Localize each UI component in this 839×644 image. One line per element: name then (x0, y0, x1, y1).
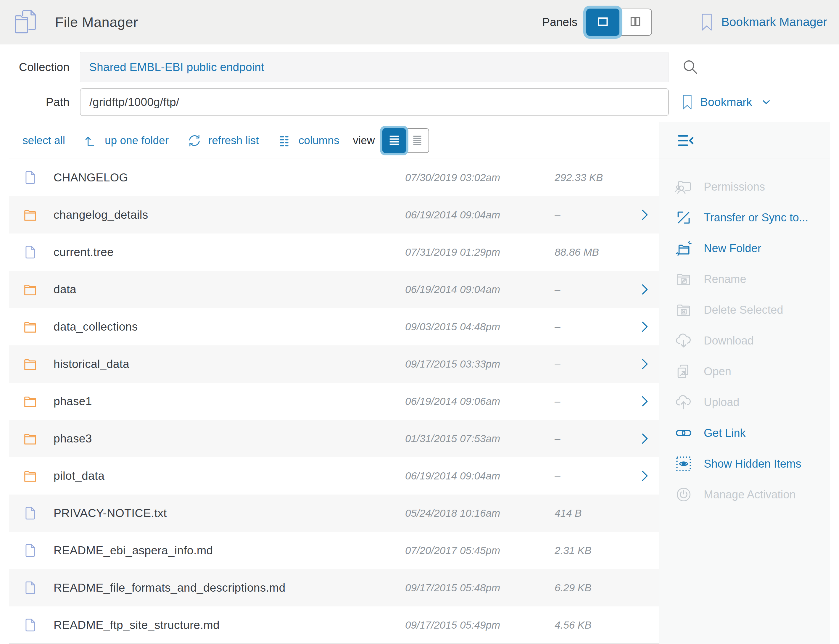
sidebar-item-label: Delete Selected (704, 304, 783, 316)
file-size: 4.56 KB (543, 619, 630, 631)
main-area: select all up one folder refresh list co… (9, 122, 830, 644)
sidebar-item-label: Manage Activation (704, 488, 796, 501)
file-size: – (543, 470, 630, 482)
file-row[interactable]: data 06/19/2014 09:04am – (9, 271, 659, 308)
file-name: data_collections (54, 320, 393, 333)
actions-sidebar: Permissions Transfer or Sync to... New F… (659, 122, 830, 644)
folder-icon (23, 393, 54, 410)
collection-field[interactable]: Shared EMBL-EBI public endpoint (80, 52, 669, 82)
chevron-right-icon[interactable] (638, 357, 651, 371)
refresh-icon (187, 133, 202, 148)
sidebar-item-rename: Rename (675, 264, 824, 294)
panels-label: Panels (542, 16, 577, 29)
list-view-button[interactable] (383, 128, 406, 153)
file-name: pilot_data (54, 469, 393, 482)
file-name: CHANGELOG (54, 171, 393, 184)
file-row[interactable]: phase1 06/19/2014 09:06am – (9, 383, 659, 420)
columns-button[interactable]: columns (277, 133, 340, 148)
sidebar-item-manage-activation: Manage Activation (675, 479, 824, 510)
path-input[interactable] (80, 88, 669, 116)
list-toolbar: select all up one folder refresh list co… (9, 122, 659, 159)
dual-panel-button[interactable] (619, 8, 652, 36)
sidebar-header (659, 122, 830, 159)
collapse-panel-icon[interactable] (676, 131, 696, 150)
file-modified-date: 06/19/2014 09:06am (393, 395, 543, 407)
sidebar-item-download: Download (675, 325, 824, 356)
chevron-right-icon[interactable] (638, 283, 651, 296)
file-modified-date: 09/17/2015 05:49pm (393, 619, 543, 631)
sidebar-item-get-link[interactable]: Get Link (675, 417, 824, 449)
file-row[interactable]: README_ftp_site_structure.md 09/17/2015 … (9, 606, 659, 644)
file-row[interactable]: current.tree 07/31/2019 01:29pm 88.86 MB (9, 233, 659, 271)
sidebar-item-new-folder[interactable]: New Folder (675, 233, 824, 264)
columns-icon (277, 133, 292, 148)
chevron-right-icon[interactable] (638, 208, 651, 222)
open-icon (675, 363, 693, 380)
new-folder-icon (675, 240, 693, 257)
refresh-list-button[interactable]: refresh list (187, 133, 259, 148)
file-modified-date: 09/17/2015 03:33pm (393, 358, 543, 370)
file-row[interactable]: README_file_formats_and_descriptions.md … (9, 569, 659, 606)
chevron-right-icon[interactable] (638, 394, 651, 408)
select-all-label: select all (23, 135, 65, 147)
bookmark-manager-label: Bookmark Manager (721, 15, 827, 29)
file-row[interactable]: phase3 01/31/2015 07:53am – (9, 420, 659, 457)
file-size: – (543, 321, 630, 333)
refresh-list-label: refresh list (209, 135, 259, 147)
compact-view-button[interactable] (406, 128, 429, 153)
sidebar-menu: Permissions Transfer or Sync to... New F… (659, 159, 830, 510)
chevron-right-icon[interactable] (638, 469, 651, 483)
chevron-right-icon[interactable] (638, 432, 651, 445)
file-icon (23, 169, 54, 186)
link-icon (675, 424, 693, 442)
sidebar-item-open: Open (675, 356, 824, 387)
file-modified-date: 06/19/2014 09:04am (393, 209, 543, 221)
sidebar-item-upload: Upload (675, 387, 824, 417)
file-row[interactable]: data_collections 09/03/2015 04:48pm – (9, 308, 659, 345)
file-row[interactable]: PRIVACY-NOTICE.txt 05/24/2018 10:16am 41… (9, 495, 659, 532)
file-row[interactable]: CHANGELOG 07/30/2019 03:02am 292.33 KB (9, 159, 659, 196)
search-icon[interactable] (681, 58, 699, 76)
folder-icon (23, 467, 54, 485)
sidebar-item-show-hidden-items[interactable]: Show Hidden Items (675, 449, 824, 479)
file-name: phase1 (54, 395, 393, 408)
sidebar-item-label: New Folder (704, 242, 761, 255)
sidebar-item-transfer-or-sync-to[interactable]: Transfer or Sync to... (675, 202, 824, 233)
sidebar-item-label: Download (704, 334, 754, 347)
compact-view-icon (410, 133, 424, 148)
file-name: README_ftp_site_structure.md (54, 619, 393, 632)
bookmark-dropdown[interactable]: Bookmark (681, 94, 772, 110)
file-modified-date: 01/31/2015 07:53am (393, 433, 543, 445)
dual-panel-icon (627, 13, 644, 31)
file-modified-date: 07/20/2017 05:45pm (393, 545, 543, 556)
bookmark-manager-link[interactable]: Bookmark Manager (700, 13, 827, 31)
select-all-button[interactable]: select all (23, 135, 65, 147)
file-row[interactable]: historical_data 09/17/2015 03:33pm – (9, 345, 659, 383)
collection-value: Shared EMBL-EBI public endpoint (89, 61, 264, 74)
bookmark-icon (681, 94, 693, 110)
file-size: – (543, 284, 630, 296)
file-modified-date: 09/17/2015 05:48pm (393, 582, 543, 594)
file-row[interactable]: pilot_data 06/19/2014 09:04am – (9, 457, 659, 495)
list-view-icon (387, 133, 401, 148)
up-one-folder-button[interactable]: up one folder (84, 133, 169, 148)
file-size: – (543, 358, 630, 370)
page-title: File Manager (55, 14, 138, 30)
location-bar: Collection Shared EMBL-EBI public endpoi… (0, 44, 839, 116)
file-name: README_ebi_aspera_info.md (54, 544, 393, 557)
eye-icon (675, 455, 693, 473)
file-icon (23, 243, 54, 261)
file-modified-date: 05/24/2018 10:16am (393, 507, 543, 519)
header: File Manager Panels Bookmark Manager (0, 0, 839, 44)
folder-icon (23, 206, 54, 223)
chevron-right-icon[interactable] (638, 320, 651, 334)
file-manager-icon (12, 7, 43, 38)
folder-icon (23, 281, 54, 298)
sidebar-item-label: Permissions (704, 181, 765, 193)
file-name: phase3 (54, 432, 393, 445)
file-size: – (543, 209, 630, 221)
folder-icon (23, 355, 54, 373)
single-panel-button[interactable] (586, 8, 619, 36)
file-row[interactable]: README_ebi_aspera_info.md 07/20/2017 05:… (9, 532, 659, 569)
file-row[interactable]: changelog_details 06/19/2014 09:04am – (9, 196, 659, 233)
